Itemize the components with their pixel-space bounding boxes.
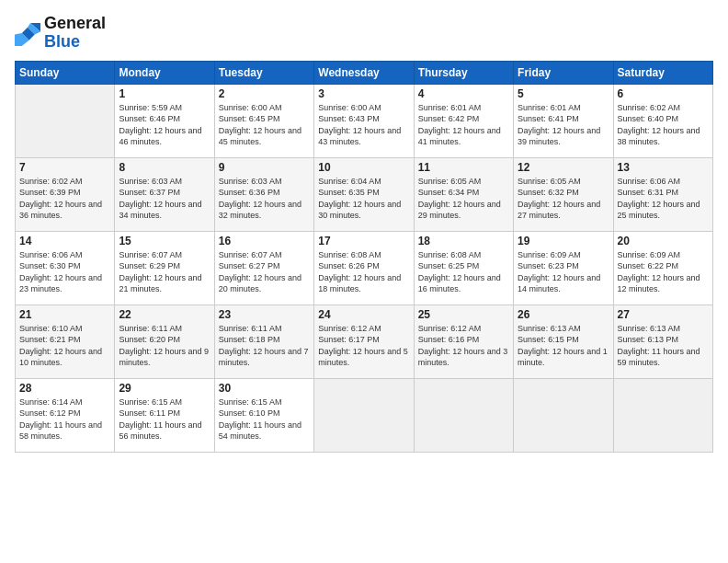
cell-info: Sunrise: 6:15 AM Sunset: 6:10 PM Dayligh… xyxy=(219,396,310,442)
calendar-cell: 21Sunrise: 6:10 AM Sunset: 6:21 PM Dayli… xyxy=(16,304,115,378)
cell-info: Sunrise: 6:07 AM Sunset: 6:29 PM Dayligh… xyxy=(119,249,210,295)
day-number: 9 xyxy=(219,161,310,174)
cell-info: Sunrise: 6:08 AM Sunset: 6:26 PM Dayligh… xyxy=(318,249,409,295)
cell-info: Sunrise: 6:12 AM Sunset: 6:17 PM Dayligh… xyxy=(318,323,409,369)
cell-info: Sunrise: 6:07 AM Sunset: 6:27 PM Dayligh… xyxy=(219,249,310,295)
page-header: General Blue xyxy=(15,15,713,52)
cell-info: Sunrise: 6:11 AM Sunset: 6:18 PM Dayligh… xyxy=(219,323,310,369)
calendar-table: SundayMondayTuesdayWednesdayThursdayFrid… xyxy=(15,61,713,453)
calendar-cell: 14Sunrise: 6:06 AM Sunset: 6:30 PM Dayli… xyxy=(16,231,115,304)
cell-info: Sunrise: 6:08 AM Sunset: 6:25 PM Dayligh… xyxy=(418,249,509,295)
calendar-cell: 18Sunrise: 6:08 AM Sunset: 6:25 PM Dayli… xyxy=(414,231,513,304)
cell-info: Sunrise: 6:05 AM Sunset: 6:34 PM Dayligh… xyxy=(418,176,509,222)
cell-info: Sunrise: 6:05 AM Sunset: 6:32 PM Dayligh… xyxy=(518,176,609,222)
cell-info: Sunrise: 6:03 AM Sunset: 6:36 PM Dayligh… xyxy=(219,176,310,222)
day-number: 10 xyxy=(318,161,409,174)
calendar-cell: 7Sunrise: 6:02 AM Sunset: 6:39 PM Daylig… xyxy=(16,157,115,231)
weekday-thursday: Thursday xyxy=(414,61,513,84)
cell-info: Sunrise: 6:00 AM Sunset: 6:45 PM Dayligh… xyxy=(219,102,310,148)
cell-info: Sunrise: 6:06 AM Sunset: 6:31 PM Dayligh… xyxy=(618,176,709,222)
cell-info: Sunrise: 6:01 AM Sunset: 6:41 PM Dayligh… xyxy=(518,102,609,148)
calendar-cell: 17Sunrise: 6:08 AM Sunset: 6:26 PM Dayli… xyxy=(314,231,414,304)
day-number: 7 xyxy=(19,161,110,174)
calendar-cell: 19Sunrise: 6:09 AM Sunset: 6:23 PM Dayli… xyxy=(514,231,613,304)
calendar-cell: 3Sunrise: 6:00 AM Sunset: 6:43 PM Daylig… xyxy=(314,84,414,157)
calendar-cell: 25Sunrise: 6:12 AM Sunset: 6:16 PM Dayli… xyxy=(414,304,513,378)
day-number: 11 xyxy=(418,161,509,174)
day-number: 18 xyxy=(418,235,509,247)
weekday-sunday: Sunday xyxy=(16,61,115,84)
day-number: 16 xyxy=(219,235,310,247)
cell-info: Sunrise: 6:12 AM Sunset: 6:16 PM Dayligh… xyxy=(418,323,509,369)
cell-info: Sunrise: 5:59 AM Sunset: 6:46 PM Dayligh… xyxy=(119,102,210,148)
day-number: 29 xyxy=(119,382,210,395)
day-number: 21 xyxy=(19,308,110,321)
cell-info: Sunrise: 6:11 AM Sunset: 6:20 PM Dayligh… xyxy=(119,323,210,369)
calendar-cell: 15Sunrise: 6:07 AM Sunset: 6:29 PM Dayli… xyxy=(115,231,214,304)
calendar-cell: 8Sunrise: 6:03 AM Sunset: 6:37 PM Daylig… xyxy=(115,157,214,231)
calendar-cell: 4Sunrise: 6:01 AM Sunset: 6:42 PM Daylig… xyxy=(414,84,513,157)
weekday-monday: Monday xyxy=(115,61,214,84)
calendar-cell: 2Sunrise: 6:00 AM Sunset: 6:45 PM Daylig… xyxy=(214,84,313,157)
calendar-cell: 22Sunrise: 6:11 AM Sunset: 6:20 PM Dayli… xyxy=(115,304,214,378)
day-number: 4 xyxy=(418,87,509,100)
calendar-week-1: 1Sunrise: 5:59 AM Sunset: 6:46 PM Daylig… xyxy=(16,84,713,157)
calendar-cell: 5Sunrise: 6:01 AM Sunset: 6:41 PM Daylig… xyxy=(514,84,613,157)
weekday-header-row: SundayMondayTuesdayWednesdayThursdayFrid… xyxy=(16,61,713,84)
calendar-cell: 9Sunrise: 6:03 AM Sunset: 6:36 PM Daylig… xyxy=(214,157,313,231)
cell-info: Sunrise: 6:02 AM Sunset: 6:39 PM Dayligh… xyxy=(19,176,110,222)
calendar-cell xyxy=(414,378,513,452)
day-number: 22 xyxy=(119,308,210,321)
calendar-cell: 28Sunrise: 6:14 AM Sunset: 6:12 PM Dayli… xyxy=(16,378,115,452)
cell-info: Sunrise: 6:13 AM Sunset: 6:13 PM Dayligh… xyxy=(618,323,709,369)
day-number: 15 xyxy=(119,235,210,247)
calendar-week-3: 14Sunrise: 6:06 AM Sunset: 6:30 PM Dayli… xyxy=(16,231,713,304)
weekday-wednesday: Wednesday xyxy=(314,61,414,84)
calendar-cell: 27Sunrise: 6:13 AM Sunset: 6:13 PM Dayli… xyxy=(613,304,712,378)
day-number: 28 xyxy=(19,382,110,395)
cell-info: Sunrise: 6:09 AM Sunset: 6:22 PM Dayligh… xyxy=(618,249,709,295)
calendar-cell xyxy=(514,378,613,452)
calendar-cell: 13Sunrise: 6:06 AM Sunset: 6:31 PM Dayli… xyxy=(613,157,712,231)
calendar-week-4: 21Sunrise: 6:10 AM Sunset: 6:21 PM Dayli… xyxy=(16,304,713,378)
day-number: 6 xyxy=(618,87,709,100)
day-number: 2 xyxy=(219,87,310,100)
calendar-body: 1Sunrise: 5:59 AM Sunset: 6:46 PM Daylig… xyxy=(16,84,713,452)
day-number: 3 xyxy=(318,87,409,100)
cell-info: Sunrise: 6:01 AM Sunset: 6:42 PM Dayligh… xyxy=(418,102,509,148)
calendar-week-2: 7Sunrise: 6:02 AM Sunset: 6:39 PM Daylig… xyxy=(16,157,713,231)
calendar-cell: 10Sunrise: 6:04 AM Sunset: 6:35 PM Dayli… xyxy=(314,157,414,231)
weekday-tuesday: Tuesday xyxy=(214,61,313,84)
calendar-week-5: 28Sunrise: 6:14 AM Sunset: 6:12 PM Dayli… xyxy=(16,378,713,452)
cell-info: Sunrise: 6:15 AM Sunset: 6:11 PM Dayligh… xyxy=(119,396,210,442)
cell-info: Sunrise: 6:14 AM Sunset: 6:12 PM Dayligh… xyxy=(19,396,110,442)
day-number: 1 xyxy=(119,87,210,100)
cell-info: Sunrise: 6:09 AM Sunset: 6:23 PM Dayligh… xyxy=(518,249,609,295)
calendar-cell xyxy=(314,378,414,452)
calendar-cell: 16Sunrise: 6:07 AM Sunset: 6:27 PM Dayli… xyxy=(214,231,313,304)
day-number: 13 xyxy=(618,161,709,174)
calendar-cell: 20Sunrise: 6:09 AM Sunset: 6:22 PM Dayli… xyxy=(613,231,712,304)
day-number: 19 xyxy=(518,235,609,247)
logo-icon xyxy=(15,20,40,46)
day-number: 25 xyxy=(418,308,509,321)
calendar-cell: 26Sunrise: 6:13 AM Sunset: 6:15 PM Dayli… xyxy=(514,304,613,378)
weekday-saturday: Saturday xyxy=(613,61,712,84)
logo: General Blue xyxy=(15,15,106,52)
day-number: 8 xyxy=(119,161,210,174)
calendar-cell: 29Sunrise: 6:15 AM Sunset: 6:11 PM Dayli… xyxy=(115,378,214,452)
cell-info: Sunrise: 6:06 AM Sunset: 6:30 PM Dayligh… xyxy=(19,249,110,295)
day-number: 5 xyxy=(518,87,609,100)
calendar-cell: 12Sunrise: 6:05 AM Sunset: 6:32 PM Dayli… xyxy=(514,157,613,231)
day-number: 23 xyxy=(219,308,310,321)
day-number: 24 xyxy=(318,308,409,321)
calendar-cell: 30Sunrise: 6:15 AM Sunset: 6:10 PM Dayli… xyxy=(214,378,313,452)
cell-info: Sunrise: 6:13 AM Sunset: 6:15 PM Dayligh… xyxy=(518,323,609,369)
calendar-cell: 11Sunrise: 6:05 AM Sunset: 6:34 PM Dayli… xyxy=(414,157,513,231)
day-number: 12 xyxy=(518,161,609,174)
logo-text: General Blue xyxy=(44,15,106,52)
cell-info: Sunrise: 6:04 AM Sunset: 6:35 PM Dayligh… xyxy=(318,176,409,222)
cell-info: Sunrise: 6:03 AM Sunset: 6:37 PM Dayligh… xyxy=(119,176,210,222)
calendar-cell: 24Sunrise: 6:12 AM Sunset: 6:17 PM Dayli… xyxy=(314,304,414,378)
calendar-cell: 23Sunrise: 6:11 AM Sunset: 6:18 PM Dayli… xyxy=(214,304,313,378)
